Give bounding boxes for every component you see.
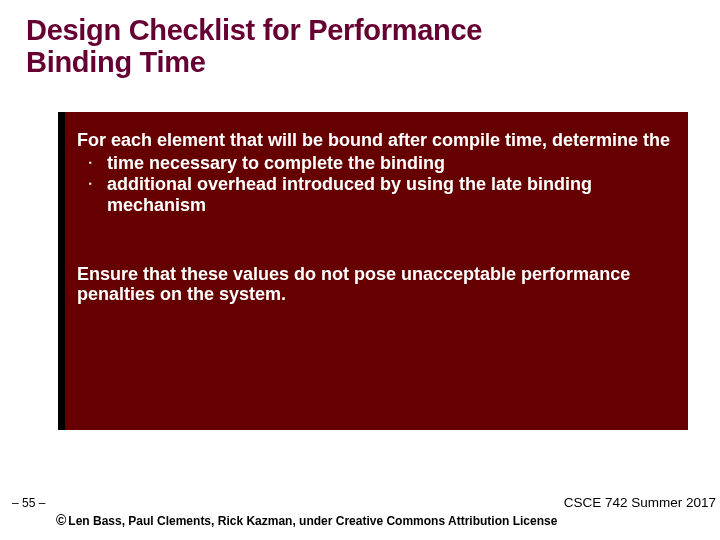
intro-paragraph: For each element that will be bound afte… <box>77 130 672 151</box>
copyright-icon: © <box>56 512 66 528</box>
closing-paragraph: Ensure that these values do not pose una… <box>77 264 672 306</box>
list-item: additional overhead introduced by using … <box>77 174 672 216</box>
course-label: CSCE 742 Summer 2017 <box>564 495 716 510</box>
slide: Design Checklist for Performance Binding… <box>0 0 720 540</box>
title-line-1: Design Checklist for Performance <box>26 14 482 46</box>
title-line-2: Binding Time <box>26 46 206 78</box>
attribution-text: Len Bass, Paul Clements, Rick Kazman, un… <box>68 514 557 528</box>
slide-title: Design Checklist for Performance Binding… <box>0 0 720 79</box>
list-item: time necessary to complete the binding <box>77 153 672 174</box>
page-number: – 55 – <box>12 496 45 510</box>
attribution: ©Len Bass, Paul Clements, Rick Kazman, u… <box>56 512 557 528</box>
content-block: For each element that will be bound afte… <box>58 112 688 430</box>
bullet-list: time necessary to complete the binding a… <box>77 153 672 216</box>
